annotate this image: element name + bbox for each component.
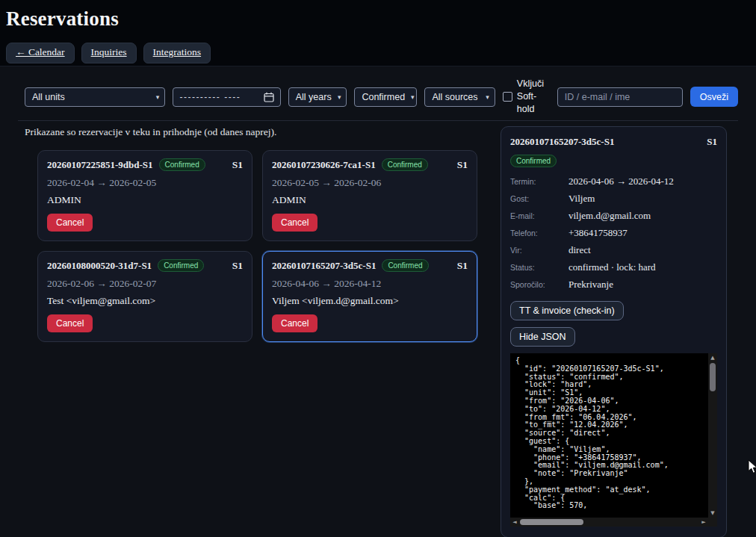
tab-bar: ← Calendar Inquiries Integrations [6,43,756,66]
scrollbar-corner [708,518,717,527]
reservation-guest: Test <viljem@gmail.com> [47,295,243,307]
units-select[interactable]: All units ▾ [25,87,165,107]
detail-label: Termin: [510,177,568,186]
reservations-list-column: Prikazane so rezervacije v teku in priho… [18,126,492,537]
horizontal-scrollbar[interactable]: ◄ ► [510,518,708,527]
detail-value: direct [568,244,591,256]
detail-row-sporocilo: Sporočilo: Prekrivanje [510,279,717,291]
reservation-dates: 2026-02-04 → 2026-02-05 [47,177,243,189]
card-header: 20260108000520-31d7-S1 Confirmed S1 [47,259,243,272]
reservation-guest: ADMIN [47,194,243,206]
reservation-id: 20260107165207-3d5c-S1 [272,260,376,272]
tab-calendar[interactable]: ← Calendar [6,43,75,63]
detail-label: Sporočilo: [510,280,568,289]
reservation-guest: Viljem <viljem.d@gmail.com> [272,295,468,307]
cancel-button[interactable]: Cancel [272,214,317,232]
reservation-id: 20260108000520-31d7-S1 [47,260,152,272]
reservation-card[interactable]: 20260108000520-31d7-S1 Confirmed S1 2026… [37,251,252,342]
tab-integrations[interactable]: Integrations [143,43,211,63]
chevron-down-icon: ▾ [338,93,341,101]
search-input[interactable] [557,87,683,107]
tab-inquiries[interactable]: Inquiries [81,43,137,63]
status-badge: Confirmed [159,158,205,171]
hide-json-button[interactable]: Hide JSON [510,327,575,347]
chevron-down-icon: ▾ [156,93,160,101]
date-input[interactable]: ---------- ---- [173,87,280,107]
card-header: 20260107165207-3d5c-S1 Confirmed S1 [272,259,468,272]
softhold-filter[interactable]: Vključi Soft-hold [503,78,550,116]
detail-row-vir: Vir: direct [510,244,717,256]
detail-row-email: E-mail: viljem.d@gmail.com [510,210,717,222]
years-select[interactable]: All years ▾ [288,87,347,107]
chevron-down-icon: ▾ [486,93,489,101]
detail-value: confirmed · lock: hard [568,261,656,273]
scroll-up-icon[interactable]: ▲ [708,353,717,362]
cancel-button[interactable]: Cancel [47,314,93,332]
status-badge: Confirmed [382,158,428,171]
reservation-id: 20260107225851-9dbd-S1 [47,159,153,171]
softhold-checkbox[interactable] [503,92,512,102]
years-select-value: All years [296,92,332,102]
refresh-button[interactable]: Osveži [690,87,738,107]
reservation-dates: 2026-04-06 → 2026-04-12 [272,278,468,290]
reservation-card[interactable]: 20260107230626-7ca1-S1 Confirmed S1 2026… [262,150,477,241]
detail-value: +38641758937 [568,227,628,239]
unit-label: S1 [457,159,468,171]
reservation-card[interactable]: 20260107225851-9dbd-S1 Confirmed S1 2026… [37,150,252,241]
detail-row-telefon: Telefon: +38641758937 [510,227,717,239]
scroll-down-icon[interactable]: ▼ [708,509,717,518]
status-badge: Confirmed [510,155,557,167]
scroll-left-icon[interactable]: ◄ [510,518,519,527]
softhold-label: Vključi Soft-hold [517,78,550,116]
detail-value: 2026-04-06 → 2026-04-12 [568,176,674,187]
scroll-right-icon[interactable]: ► [699,518,708,527]
reservation-dates: 2026-02-06 → 2026-02-07 [47,278,243,290]
reservation-detail-panel: 20260107165207-3d5c-S1 S1 Confirmed Term… [501,126,727,537]
sources-select[interactable]: All sources ▾ [424,87,495,107]
detail-label: Telefon: [510,229,568,238]
chevron-down-icon: ▾ [411,93,415,101]
reservation-guest: ADMIN [272,194,468,206]
detail-row-gost: Gost: Viljem [510,193,717,205]
cancel-button[interactable]: Cancel [47,214,93,232]
detail-reservation-id: 20260107165207-3d5c-S1 [510,136,614,148]
cancel-button[interactable]: Cancel [272,314,317,332]
reservation-dates: 2026-02-05 → 2026-02-06 [272,177,468,189]
card-header: 20260107225851-9dbd-S1 Confirmed S1 [47,158,243,171]
unit-label: S1 [457,260,468,272]
main-content: All units ▾ ---------- ---- All years ▾ … [0,78,756,537]
date-input-value: ---------- ---- [179,92,241,102]
reservations-section: Prikazane so rezervacije v teku in priho… [18,120,738,537]
calendar-icon[interactable] [264,92,274,102]
status-badge: Confirmed [158,259,204,272]
vertical-scrollbar[interactable]: ▲ ▼ [708,353,717,518]
json-content: { "id": "20260107165207-3d5c-S1", "statu… [510,353,717,527]
card-header: 20260107230626-7ca1-S1 Confirmed S1 [272,158,468,171]
detail-value: Prekrivanje [568,279,613,291]
vertical-scroll-thumb[interactable] [710,363,716,391]
reservation-cards: 20260107225851-9dbd-S1 Confirmed S1 2026… [37,150,492,342]
detail-value: viljem.d@gmail.com [568,210,651,222]
status-select-value: Confirmed [362,92,405,102]
reservation-id: 20260107230626-7ca1-S1 [272,159,376,171]
detail-label: Gost: [510,194,568,203]
detail-header: 20260107165207-3d5c-S1 S1 [510,136,717,148]
detail-badge-row: Confirmed [510,153,717,167]
detail-label: E-mail: [510,211,568,220]
detail-unit-label: S1 [707,136,717,148]
list-note: Prikazane so rezervacije v teku in priho… [25,126,492,138]
sources-select-value: All sources [432,92,477,102]
reservation-card-selected[interactable]: 20260107165207-3d5c-S1 Confirmed S1 2026… [262,251,477,342]
detail-row-termin: Termin: 2026-04-06 → 2026-04-12 [510,176,717,187]
detail-label: Vir: [510,246,568,255]
status-badge: Confirmed [382,259,428,272]
status-select[interactable]: Confirmed ▾ [354,87,417,107]
page-title: Reservations [6,7,756,31]
detail-rows: Termin: 2026-04-06 → 2026-04-12 Gost: Vi… [510,176,717,291]
json-viewer: { "id": "20260107165207-3d5c-S1", "statu… [510,353,717,527]
detail-row-status: Status: confirmed · lock: hard [510,261,717,273]
units-select-value: All units [32,92,65,102]
detail-value: Viljem [568,193,595,205]
horizontal-scroll-thumb[interactable] [520,519,583,525]
tt-invoice-button[interactable]: TT & invoice (check-in) [510,301,624,320]
